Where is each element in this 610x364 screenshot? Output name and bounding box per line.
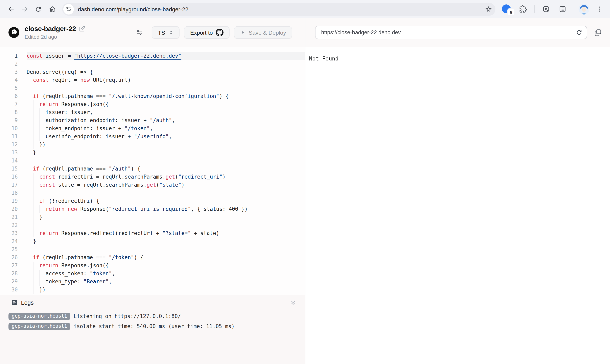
code-line[interactable]: 2 — [0, 60, 305, 68]
rename-project-icon[interactable] — [79, 26, 85, 32]
save-deploy-button[interactable]: Save & Deploy — [234, 26, 292, 39]
code-line-content: if (reqUrl.pathname === "/auth") { — [27, 165, 305, 173]
preview-reload-icon[interactable] — [576, 29, 583, 36]
indent-guide — [33, 108, 39, 117]
code-line[interactable]: 18 — [0, 189, 305, 197]
code-line-content — [27, 60, 305, 68]
code-line[interactable]: 29token_type: "Bearer", — [0, 278, 305, 286]
reload-button[interactable] — [31, 2, 45, 16]
code-line[interactable]: 5 — [0, 84, 305, 92]
indent-guide — [33, 205, 39, 213]
code-line[interactable]: 17const state = reqUrl.searchParams.get(… — [0, 181, 305, 189]
indent-guide — [27, 173, 33, 181]
preview-header — [305, 18, 610, 47]
github-icon — [216, 29, 224, 36]
code-editor[interactable]: 1const issuer = "https://close-badger-22… — [0, 47, 305, 295]
indent-guide — [33, 181, 39, 189]
code-line-content: }) — [27, 286, 305, 294]
line-number: 14 — [0, 157, 18, 165]
save-deploy-label: Save & Deploy — [249, 29, 286, 36]
code-token: ( — [175, 173, 178, 181]
indent-guide — [33, 133, 39, 141]
code-line[interactable]: 28access_token: "token", — [0, 270, 305, 278]
forward-button[interactable] — [18, 2, 31, 16]
line-number: 16 — [0, 173, 18, 181]
indent-guide — [33, 173, 39, 181]
code-line[interactable]: 27return Response.json({ — [0, 262, 305, 270]
code-line-content — [27, 189, 305, 197]
code-token: (reqUrl.pathname === — [39, 165, 109, 173]
language-selector[interactable]: TS — [152, 26, 180, 39]
open-preview-window-icon[interactable] — [594, 28, 602, 37]
code-line[interactable]: 10token_endpoint: issuer + "/token", — [0, 125, 305, 133]
code-token: ) — [222, 173, 226, 181]
extensions-puzzle-icon[interactable] — [516, 2, 530, 16]
line-number: 20 — [0, 205, 18, 213]
code-line[interactable]: 23return Response.redirect(redirectUri +… — [0, 229, 305, 237]
code-token: "/token" — [124, 125, 150, 133]
code-line[interactable]: 12}) — [0, 141, 305, 149]
address-bar[interactable]: dash.deno.com/playground/close-badger-22 — [62, 3, 495, 15]
code-token: "/auth" — [150, 117, 172, 125]
code-line[interactable]: 7return Response.json({ — [0, 100, 305, 108]
indent-guide — [39, 125, 46, 133]
code-line[interactable]: 26if (reqUrl.pathname === "/token") { — [0, 254, 305, 262]
code-token: ( — [156, 181, 159, 189]
code-line-content: const issuer = "https://close-badger-22.… — [27, 52, 305, 60]
code-token: const — [27, 52, 42, 60]
indent-guide — [33, 286, 39, 294]
line-number: 27 — [0, 262, 18, 270]
code-line[interactable]: 8issuer: issuer, — [0, 108, 305, 117]
language-selector-value: TS — [158, 29, 165, 36]
code-line[interactable]: 3Deno.serve((req) => { — [0, 68, 305, 76]
indent-guide — [39, 205, 46, 213]
code-line[interactable]: 24} — [0, 237, 305, 246]
bookmark-star-icon[interactable] — [485, 5, 492, 13]
code-token: , — [169, 133, 172, 141]
indent-guide — [39, 278, 46, 286]
code-line-content: authorization_endpoint: issuer + "/auth"… — [27, 117, 305, 125]
indent-guide — [27, 92, 33, 100]
lens-icon[interactable] — [539, 2, 553, 16]
site-settings-icon[interactable] — [63, 4, 74, 14]
code-token: "?state=" — [163, 229, 191, 237]
code-line[interactable]: 20return new Response("redirect_uri is r… — [0, 205, 305, 213]
code-line[interactable]: 11userinfo_endpoint: issuer + "/userinfo… — [0, 133, 305, 141]
code-line[interactable]: 15if (reqUrl.pathname === "/auth") { — [0, 165, 305, 173]
collapse-logs-icon[interactable] — [290, 300, 296, 306]
code-token: } — [33, 149, 36, 157]
code-token: return — [39, 100, 58, 108]
indent-guide — [27, 262, 33, 270]
preview-url-input[interactable] — [320, 29, 572, 36]
indent-guide — [39, 270, 46, 278]
code-line[interactable]: 25 — [0, 246, 305, 254]
indent-guide — [27, 246, 33, 254]
code-line[interactable]: 14 — [0, 157, 305, 165]
export-to-github-button[interactable]: Export to — [184, 26, 230, 39]
code-line[interactable]: 4const reqUrl = new URL(req.url) — [0, 76, 305, 84]
home-button[interactable] — [45, 2, 59, 16]
code-line[interactable]: 30}) — [0, 286, 305, 294]
code-line[interactable]: 19if (!redirectUri) { — [0, 197, 305, 205]
reading-list-icon[interactable] — [556, 2, 569, 16]
code-line[interactable]: 22 — [0, 221, 305, 229]
export-label: Export to — [190, 29, 213, 36]
code-line[interactable]: 1const issuer = "https://close-badger-22… — [0, 52, 305, 60]
pinned-extension-icon[interactable]: 6 — [501, 3, 513, 15]
code-token: "redirect_uri" — [178, 173, 222, 181]
code-line[interactable]: 9authorization_endpoint: issuer + "/auth… — [0, 117, 305, 125]
profile-avatar[interactable] — [579, 4, 589, 14]
header-actions: TS Export to Save & Deploy — [134, 26, 297, 39]
indent-guide — [33, 270, 39, 278]
code-token: Response.json({ — [58, 100, 109, 108]
back-button[interactable] — [4, 2, 18, 16]
code-line[interactable]: 6if (reqUrl.pathname === "/.well-known/o… — [0, 92, 305, 100]
code-token: ) { — [131, 165, 140, 173]
code-line[interactable]: 21} — [0, 213, 305, 221]
line-number: 23 — [0, 229, 18, 237]
playground-settings-icon[interactable] — [134, 27, 145, 38]
code-line[interactable]: 13} — [0, 149, 305, 157]
browser-menu-icon[interactable] — [592, 2, 606, 16]
code-line[interactable]: 16const redirectUri = reqUrl.searchParam… — [0, 173, 305, 181]
line-number: 10 — [0, 125, 18, 133]
